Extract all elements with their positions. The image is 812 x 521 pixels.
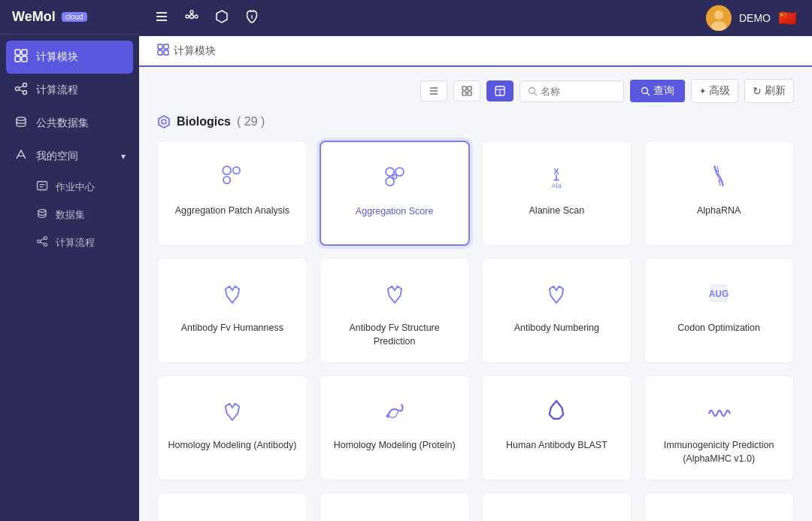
sidebar-item-label: 计算模块 bbox=[36, 50, 78, 64]
sidebar-item-workbench[interactable]: 作业中心 bbox=[0, 173, 139, 201]
list-view-button[interactable] bbox=[420, 80, 447, 101]
main-content: DEMO 🇨🇳 计算模块 bbox=[139, 0, 812, 521]
svg-point-24 bbox=[186, 15, 189, 18]
hexagon-icon[interactable] bbox=[214, 9, 229, 28]
logo-badge: cloud bbox=[62, 12, 87, 22]
card-immunogenicity-v1[interactable]: Immunogenicity Prediction (AlphaMHC v1.0… bbox=[644, 375, 794, 480]
card-label: AlphaRNA bbox=[697, 204, 741, 218]
svg-line-52 bbox=[647, 92, 650, 95]
card-alpha-rna[interactable]: AlphaRNA bbox=[644, 141, 794, 246]
card-icon bbox=[211, 389, 253, 432]
svg-line-65 bbox=[716, 171, 719, 171]
sidebar-item-my-space[interactable]: 我的空间 ▾ bbox=[0, 140, 139, 173]
svg-rect-42 bbox=[462, 86, 466, 90]
svg-point-51 bbox=[642, 87, 648, 93]
sidebar-item-calc-flow[interactable]: 计算流程 bbox=[0, 229, 139, 256]
card-multi-seq-align[interactable]: Multiple Sequence Alignment bbox=[320, 492, 470, 521]
card-alanine-scan[interactable]: X Ala Alanine Scan bbox=[482, 141, 632, 246]
advanced-button[interactable]: ✦ 高级 bbox=[691, 79, 738, 103]
svg-point-55 bbox=[233, 167, 240, 174]
card-icon bbox=[698, 155, 740, 197]
card-icon bbox=[211, 155, 253, 197]
svg-text:AUG: AUG bbox=[709, 289, 729, 299]
card-homology-antibody[interactable]: Homology Modeling (Antibody) bbox=[157, 375, 308, 480]
svg-rect-11 bbox=[38, 182, 47, 190]
sidebar-logo: WeMol cloud bbox=[0, 0, 139, 35]
svg-rect-1 bbox=[22, 50, 27, 55]
svg-rect-38 bbox=[164, 50, 168, 55]
card-antibody-fv-humanness[interactable]: Antibody Fv Humanness bbox=[157, 258, 308, 363]
svg-text:X: X bbox=[554, 167, 560, 176]
card-icon bbox=[211, 272, 253, 314]
svg-rect-3 bbox=[22, 56, 27, 62]
breadcrumb-label: 计算模块 bbox=[174, 44, 216, 58]
sidebar-item-public-dataset[interactable]: 公共数据集 bbox=[0, 107, 139, 140]
card-view-button[interactable] bbox=[486, 80, 514, 101]
svg-point-56 bbox=[223, 177, 230, 183]
sidebar-item-label: 公共数据集 bbox=[36, 117, 89, 130]
breadcrumb: 计算模块 bbox=[139, 36, 812, 67]
toolbar: 查询 ✦ 高级 ↻ 刷新 bbox=[157, 79, 794, 103]
sidebar-item-compute-module[interactable]: 计算模块 bbox=[6, 41, 133, 74]
card-icon bbox=[698, 389, 740, 432]
card-label: Alanine Scan bbox=[529, 204, 585, 218]
svg-line-19 bbox=[41, 242, 44, 244]
sidebar-item-compute-flow[interactable]: 计算流程 bbox=[0, 74, 139, 107]
svg-point-58 bbox=[395, 168, 404, 176]
sidebar-item-label: 计算流程 bbox=[36, 83, 78, 97]
header-icons bbox=[154, 9, 259, 28]
chevron-down-icon: ▾ bbox=[121, 151, 126, 162]
sidebar-item-label: 数据集 bbox=[56, 208, 85, 222]
card-label: Homology Modeling (Antibody) bbox=[168, 439, 296, 453]
sidebar-item-label: 计算流程 bbox=[56, 236, 95, 250]
breadcrumb-icon bbox=[157, 44, 169, 58]
section-name: Biologics bbox=[177, 115, 231, 129]
card-label: Codon Optimization bbox=[677, 322, 760, 335]
card-mutation-binding[interactable]: Mutation Energy of Binding bbox=[482, 492, 632, 521]
card-human-antibody-blast[interactable]: Human Antibody BLAST bbox=[482, 375, 632, 480]
timer-icon[interactable] bbox=[244, 9, 259, 28]
grid-view-button[interactable] bbox=[453, 80, 480, 101]
card-aggregation-patch[interactable]: Aggregation Patch Analysis bbox=[157, 141, 308, 246]
card-label: Homology Modeling (Protein) bbox=[334, 439, 456, 453]
card-icon: AUG bbox=[698, 272, 740, 314]
card-icon bbox=[535, 389, 577, 432]
search-input-wrap[interactable] bbox=[520, 80, 624, 102]
sidebar: WeMol cloud 计算模块 计算流程 公共数据集 我的空间 bbox=[0, 0, 139, 521]
svg-point-33 bbox=[714, 11, 723, 20]
space-icon bbox=[14, 148, 29, 165]
svg-point-59 bbox=[386, 177, 394, 186]
svg-point-25 bbox=[195, 15, 198, 18]
card-mutation-stability[interactable]: Mutation Energy of Stability bbox=[644, 492, 794, 521]
card-homology-protein[interactable]: Homology Modeling (Protein) bbox=[320, 375, 470, 480]
refresh-button[interactable]: ↻ 刷新 bbox=[744, 79, 794, 103]
card-icon bbox=[374, 507, 416, 521]
svg-point-4 bbox=[16, 87, 20, 91]
sidebar-item-dataset[interactable]: 数据集 bbox=[0, 201, 139, 229]
search-input[interactable] bbox=[541, 86, 616, 97]
card-icon bbox=[535, 272, 577, 314]
svg-point-57 bbox=[386, 168, 394, 176]
card-codon-optimization[interactable]: AUG Codon Optimization bbox=[644, 258, 794, 363]
card-immunogenicity-v2[interactable]: Immunogenicity Prediction (AlphaMHC v2.0… bbox=[157, 492, 308, 521]
svg-marker-30 bbox=[217, 11, 227, 23]
svg-point-70 bbox=[386, 414, 389, 418]
svg-text:Ala: Ala bbox=[552, 182, 562, 189]
svg-line-18 bbox=[41, 239, 44, 241]
card-label: Aggregation Score bbox=[356, 205, 434, 219]
card-label: Antibody Fv Humanness bbox=[181, 322, 283, 335]
card-aggregation-score[interactable]: Aggregation Score bbox=[320, 141, 470, 246]
advanced-icon: ✦ bbox=[699, 86, 706, 96]
card-antibody-fv-structure[interactable]: Antibody Fv Structure Prediction bbox=[320, 258, 470, 363]
workbench-icon bbox=[36, 180, 50, 194]
svg-rect-35 bbox=[158, 44, 162, 49]
network-icon[interactable] bbox=[184, 9, 199, 28]
card-antibody-numbering[interactable]: Antibody Numbering bbox=[482, 258, 632, 363]
card-label: Human Antibody BLAST bbox=[506, 439, 607, 453]
menu-icon[interactable] bbox=[154, 9, 169, 28]
card-icon bbox=[535, 507, 577, 521]
query-button[interactable]: 查询 bbox=[630, 80, 685, 102]
section-title: Biologics ( 29 ) bbox=[157, 115, 794, 129]
card-icon: X Ala bbox=[535, 155, 577, 197]
svg-point-14 bbox=[38, 210, 46, 213]
